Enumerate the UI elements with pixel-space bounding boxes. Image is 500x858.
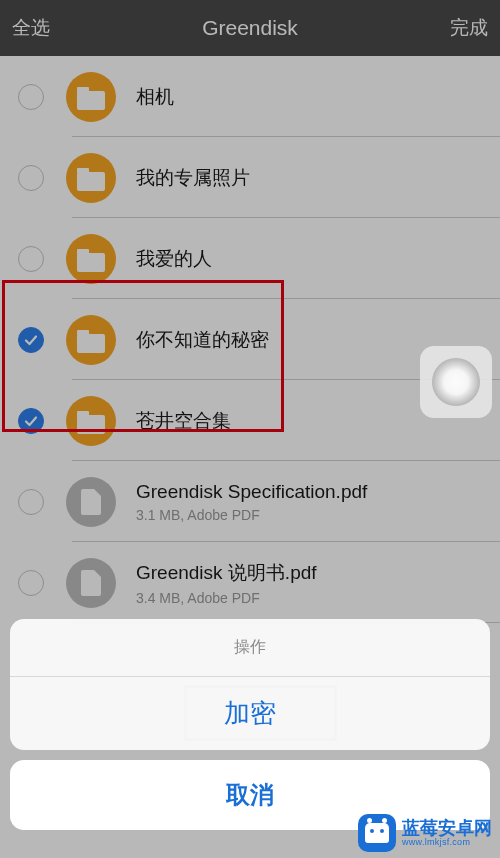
folder-icon — [66, 396, 116, 446]
folder-icon — [66, 153, 116, 203]
list-item[interactable]: Greendisk Specification.pdf3.1 MB, Adobe… — [0, 461, 500, 542]
item-text: Greendisk 说明书.pdf3.4 MB, Adobe PDF — [136, 560, 500, 606]
document-icon — [66, 477, 116, 527]
selection-radio[interactable] — [18, 327, 44, 353]
watermark-logo-icon — [358, 814, 396, 852]
selection-radio[interactable] — [18, 489, 44, 515]
item-meta: 3.4 MB, Adobe PDF — [136, 590, 500, 606]
folder-icon — [66, 315, 116, 365]
item-text: 相机 — [136, 84, 500, 110]
selection-radio[interactable] — [18, 408, 44, 434]
selection-radio[interactable] — [18, 570, 44, 596]
selection-radio[interactable] — [18, 165, 44, 191]
assistive-touch[interactable] — [420, 346, 492, 418]
list-item[interactable]: 我的专属照片 — [0, 137, 500, 218]
watermark: 蓝莓安卓网 www.lmkjsf.com — [358, 814, 492, 852]
list-item[interactable]: 我爱的人 — [0, 218, 500, 299]
item-name: 相机 — [136, 84, 500, 110]
header: 全选 Greendisk 完成 — [0, 0, 500, 56]
item-text: Greendisk Specification.pdf3.1 MB, Adobe… — [136, 481, 500, 523]
action-sheet: 操作 加密 取消 — [10, 619, 490, 830]
item-name: 我的专属照片 — [136, 165, 500, 191]
page-title: Greendisk — [0, 16, 500, 40]
item-name: Greendisk Specification.pdf — [136, 481, 500, 503]
done-button[interactable]: 完成 — [450, 15, 488, 41]
assistive-touch-icon — [432, 358, 480, 406]
document-icon — [66, 558, 116, 608]
selection-radio[interactable] — [18, 84, 44, 110]
file-list: 相机我的专属照片我爱的人你不知道的秘密苍井空合集Greendisk Specif… — [0, 56, 500, 623]
list-item[interactable]: 相机 — [0, 56, 500, 137]
list-item[interactable]: Greendisk 说明书.pdf3.4 MB, Adobe PDF — [0, 542, 500, 623]
watermark-brand: 蓝莓安卓网 — [402, 819, 492, 837]
folder-icon — [66, 72, 116, 122]
action-sheet-title: 操作 — [10, 619, 490, 677]
item-text: 我爱的人 — [136, 246, 500, 272]
select-all-button[interactable]: 全选 — [12, 15, 50, 41]
watermark-url: www.lmkjsf.com — [402, 837, 492, 847]
item-text: 我的专属照片 — [136, 165, 500, 191]
item-name: 我爱的人 — [136, 246, 500, 272]
item-name: Greendisk 说明书.pdf — [136, 560, 500, 586]
encrypt-button[interactable]: 加密 — [10, 677, 490, 750]
folder-icon — [66, 234, 116, 284]
selection-radio[interactable] — [18, 246, 44, 272]
item-meta: 3.1 MB, Adobe PDF — [136, 507, 500, 523]
